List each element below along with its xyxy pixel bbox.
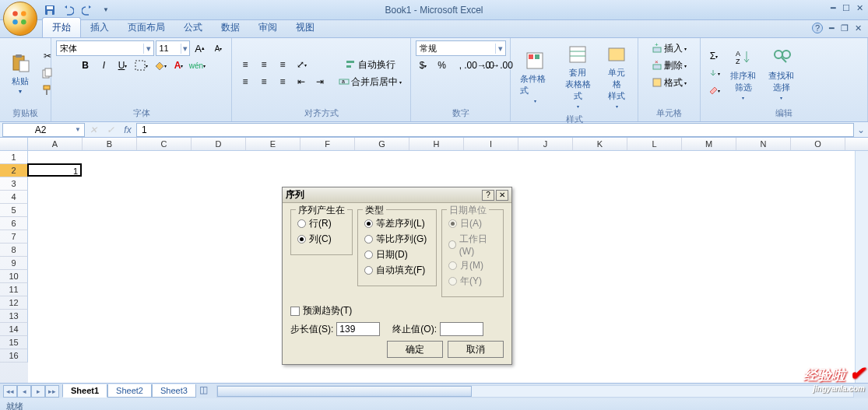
font-color-icon[interactable]: A▾ <box>170 58 188 73</box>
find-select-button[interactable]: 查找和 选择▾ <box>764 44 799 103</box>
sort-filter-button[interactable]: AZ排序和 筛选▾ <box>726 44 761 103</box>
name-box[interactable]: A2▼ <box>2 123 85 137</box>
row-header[interactable]: 12 <box>0 296 28 310</box>
col-header[interactable]: L <box>627 138 682 150</box>
phonetic-icon[interactable]: wén▾ <box>189 58 206 73</box>
row-header[interactable]: 14 <box>0 323 28 336</box>
expand-formula-icon[interactable]: ⌄ <box>854 124 868 135</box>
horizontal-scrollbar[interactable] <box>216 385 854 398</box>
dropdown-icon[interactable]: ▾ <box>181 44 188 54</box>
doc-close-button[interactable]: ✕ <box>855 23 862 33</box>
tab-formula[interactable]: 公式 <box>174 18 212 37</box>
doc-restore-button[interactable]: ❐ <box>841 23 849 33</box>
indent-dec-icon[interactable]: ⇤ <box>293 74 310 89</box>
select-all-corner[interactable] <box>0 138 28 150</box>
sheet-nav-next-icon[interactable]: ▸ <box>31 385 45 398</box>
font-size-combo[interactable]: ▾ <box>156 40 190 56</box>
align-top-icon[interactable]: ≡ <box>237 57 254 72</box>
active-cell[interactable]: 1 <box>27 163 82 177</box>
table-format-button[interactable]: 套用 表格格式▾ <box>558 40 598 112</box>
paste-button[interactable]: 粘贴 ▼ <box>5 49 36 97</box>
dialog-close-button[interactable]: ✕ <box>496 190 508 201</box>
trend-checkbox[interactable]: 预测趋势(T) <box>290 304 504 317</box>
dec-decimal-icon[interactable]: .0→.00 <box>490 58 507 73</box>
col-header[interactable]: H <box>409 138 464 150</box>
doc-minimize-button[interactable]: ━ <box>829 23 835 33</box>
clear-icon[interactable]: ▾ <box>705 82 722 98</box>
radio-autofill[interactable]: 自动填充(F) <box>364 264 430 277</box>
cell-styles-button[interactable]: 单元格 样式▾ <box>601 40 633 112</box>
help-icon[interactable]: ? <box>812 23 823 33</box>
tab-review[interactable]: 审阅 <box>249 18 286 37</box>
dropdown-icon[interactable]: ▾ <box>495 44 504 54</box>
align-right-icon[interactable]: ≡ <box>274 74 291 89</box>
step-input[interactable] <box>336 322 380 336</box>
radio-rows[interactable]: 行(R) <box>297 217 346 230</box>
col-header[interactable]: N <box>736 138 791 150</box>
delete-cells-button[interactable]: ×删除▾ <box>648 58 690 73</box>
row-header[interactable]: 8 <box>0 244 28 257</box>
row-header[interactable]: 10 <box>0 270 28 283</box>
row-header[interactable]: 5 <box>0 204 28 217</box>
row-header[interactable]: 6 <box>0 217 28 230</box>
minimize-button[interactable]: ━ <box>831 3 836 13</box>
col-header[interactable]: E <box>246 138 300 150</box>
sheet-nav-prev-icon[interactable]: ◂ <box>17 385 31 398</box>
bold-button[interactable]: B <box>77 58 94 73</box>
radio-columns[interactable]: 列(C) <box>297 233 346 246</box>
sheet-tab[interactable]: Sheet2 <box>107 384 152 398</box>
sheet-nav-first-icon[interactable]: ◂◂ <box>3 385 17 398</box>
merge-center-button[interactable]: a合并后居中▾ <box>335 74 406 89</box>
autosum-icon[interactable]: Σ▾ <box>705 48 722 64</box>
align-left-icon[interactable]: ≡ <box>237 74 254 89</box>
col-header[interactable]: C <box>137 138 192 150</box>
office-button[interactable] <box>3 2 37 36</box>
stop-input[interactable] <box>440 322 483 336</box>
radio-arithmetic[interactable]: 等差序列(L) <box>364 217 430 230</box>
indent-inc-icon[interactable]: ⇥ <box>311 74 329 89</box>
shrink-font-icon[interactable]: A▾ <box>210 40 227 56</box>
dropdown-icon[interactable]: ▾ <box>143 44 153 54</box>
row-header[interactable]: 1 <box>0 151 28 164</box>
cancel-formula-icon[interactable]: ✕ <box>85 124 102 135</box>
row-header[interactable]: 11 <box>0 283 28 296</box>
grow-font-icon[interactable]: A▴ <box>192 40 209 56</box>
orientation-icon[interactable]: ⤢▾ <box>293 57 310 72</box>
sheet-nav-last-icon[interactable]: ▸▸ <box>45 385 59 398</box>
italic-button[interactable]: I <box>96 58 113 73</box>
enter-formula-icon[interactable]: ✓ <box>102 124 119 135</box>
row-header[interactable]: 4 <box>0 191 28 204</box>
insert-cells-button[interactable]: +插入▾ <box>648 40 690 56</box>
vertical-scrollbar[interactable] <box>855 151 868 383</box>
ok-button[interactable]: 确定 <box>387 341 443 358</box>
underline-button[interactable]: U▾ <box>114 58 132 73</box>
row-header[interactable]: 13 <box>0 310 28 323</box>
col-header[interactable]: A <box>28 138 83 150</box>
row-header[interactable]: 16 <box>0 349 28 363</box>
border-icon[interactable]: ▾ <box>133 58 150 73</box>
qat-dropdown-icon[interactable]: ▼ <box>98 2 114 18</box>
number-format-combo[interactable]: ▾ <box>416 40 506 56</box>
col-header[interactable]: F <box>300 138 355 150</box>
undo-icon[interactable] <box>61 2 76 18</box>
new-sheet-icon[interactable]: ◫ <box>196 384 212 398</box>
format-cells-button[interactable]: 格式▾ <box>648 75 690 90</box>
tab-insert[interactable]: 插入 <box>81 18 118 37</box>
sheet-tab[interactable]: Sheet3 <box>152 384 196 398</box>
font-name-combo[interactable]: ▾ <box>56 40 154 56</box>
row-header[interactable]: 15 <box>0 336 28 349</box>
save-icon[interactable] <box>42 2 58 18</box>
align-middle-icon[interactable]: ≡ <box>255 57 272 72</box>
dialog-help-button[interactable]: ? <box>482 190 494 201</box>
col-header[interactable]: I <box>464 138 518 150</box>
col-header[interactable]: D <box>192 138 246 150</box>
col-header[interactable]: O <box>791 138 845 150</box>
percent-icon[interactable]: % <box>434 58 451 73</box>
conditional-format-button[interactable]: 条件格式▾ <box>515 47 555 107</box>
tab-home[interactable]: 开始 <box>42 17 81 37</box>
close-button[interactable]: ✕ <box>856 3 863 13</box>
col-header[interactable]: M <box>682 138 736 150</box>
radio-date[interactable]: 日期(D) <box>364 248 430 261</box>
align-center-icon[interactable]: ≡ <box>255 74 272 89</box>
dropdown-icon[interactable]: ▼ <box>75 126 81 133</box>
